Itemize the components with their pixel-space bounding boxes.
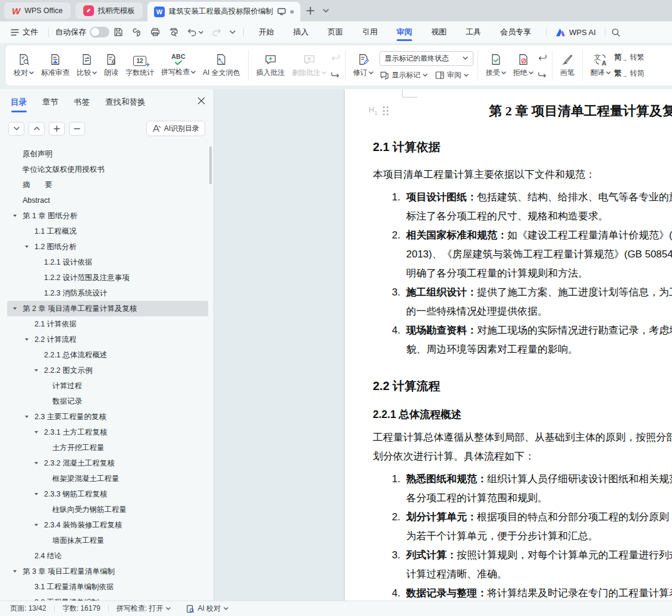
toc-item[interactable]: 摘 要 (7, 177, 208, 193)
toc-item[interactable]: 2.3.2 混凝土工程复核 (7, 455, 208, 471)
doc-line[interactable]: 2.2.1 总体流程概述 (373, 406, 672, 423)
word-count-indicator[interactable]: 字数: 16179 (55, 604, 108, 614)
menu-tab[interactable]: 审阅 (387, 21, 422, 43)
search-icon[interactable] (611, 27, 621, 37)
insert-comment-button[interactable]: 插入批注 (253, 51, 288, 80)
standard-review-button[interactable]: 标准审查 (37, 51, 73, 80)
translate-button[interactable]: 文 A 翻译 (587, 51, 614, 80)
toc-item[interactable]: 第 3 章 项目工程量清单编制 (7, 564, 208, 579)
doc-line[interactable]: 4.现场勘查资料：对施工现场的实际情况进行勘查记录，考虑地形地 (373, 321, 672, 340)
doc-line[interactable]: 划分依次进行计算。具体流程如下： (373, 447, 672, 466)
export-icon[interactable] (131, 27, 142, 37)
ai-proofread-status[interactable]: AI 校对 (178, 604, 236, 614)
doc-line[interactable]: 4.数据记录与整理：将计算结果及时记录在专门的工程量计算表格中，并 (373, 584, 672, 601)
doc-line[interactable]: 2.1 计算依据 (373, 137, 672, 157)
print-preview-icon[interactable] (168, 27, 179, 37)
track-changes-button[interactable]: 修订 (350, 51, 377, 80)
toc-item[interactable]: 2.3.4 装饰装修工程复核 (7, 517, 208, 533)
toc-item[interactable]: 1.2 图纸分析 (7, 239, 208, 254)
toc-item[interactable]: 2.1 计算依据 (7, 316, 208, 332)
toc-item[interactable]: 3.1 工程量清单编制依据 (7, 579, 208, 595)
doc-line[interactable]: 明确了各分项工程量的计算规则和方法。 (373, 264, 672, 283)
doc-line[interactable]: 为若干个计算单元，便于分步计算和汇总。 (373, 527, 672, 546)
menu-tab[interactable]: 页面 (318, 21, 353, 43)
autosave-toggle[interactable] (90, 27, 109, 37)
file-menu[interactable]: 文件 (6, 27, 43, 37)
collapse-arrow-icon[interactable] (13, 570, 17, 573)
doc-line[interactable]: 各分项工程的计算范围和规则。 (373, 489, 672, 508)
tab-wps-office[interactable]: W WPS Office (4, 2, 71, 19)
toc-item[interactable]: 学位论文版权使用授权书 (7, 162, 208, 177)
toc-item[interactable]: 2.3 主要工程量的复核 (7, 409, 208, 425)
sidebar-scrollbar-thumb[interactable] (209, 146, 212, 184)
doc-line[interactable]: 标注了各分项工程的尺寸、规格和构造要求。 (373, 207, 672, 226)
toc-item[interactable]: 2.4 结论 (7, 548, 208, 564)
collapse-arrow-icon[interactable] (34, 369, 38, 372)
doc-line[interactable]: 1.熟悉图纸和规范：组织计算人员仔细研读设计图纸和相关规范，明确 (373, 470, 672, 489)
ai-recognize-toc-button[interactable]: AI识别目录 (146, 121, 205, 136)
chapter-title[interactable]: 第 2 章 项目清单工程量计算及复核 (373, 102, 672, 120)
sidebar-tab[interactable]: 目录 (11, 97, 27, 108)
collapse-arrow-icon[interactable] (34, 431, 38, 433)
accept-button[interactable]: 接受 (482, 51, 510, 80)
reject-button[interactable]: 拒绝 (510, 51, 537, 80)
toc-item[interactable]: 1.2.1 设计依据 (7, 254, 208, 270)
toc-item[interactable]: 3.2 工程量清单编制 (7, 595, 208, 601)
doc-line[interactable]: 1.项目设计图纸：包括建筑、结构、给排水、电气等各专业的施工图纸， (373, 188, 672, 207)
doc-line[interactable]: 的一些特殊情况处理提供依据。 (373, 302, 672, 321)
menu-tab[interactable]: 视图 (422, 21, 456, 43)
collapse-arrow-icon[interactable] (34, 493, 38, 495)
doc-line[interactable]: 貌、周边环境等因素对工程量的影响。 (373, 340, 672, 359)
print-icon[interactable] (150, 27, 161, 37)
collapse-arrow-icon[interactable] (25, 246, 29, 248)
word-count-button[interactable]: 12+ 字数统计 (122, 52, 158, 80)
toc-item[interactable]: Abstract (7, 193, 208, 208)
collapse-arrow-icon[interactable] (34, 524, 38, 526)
doc-line[interactable]: 3.施工组织设计：提供了施工方案、施工进度计划等信息，为工程量计算中 (373, 283, 672, 302)
next-change-icon[interactable] (537, 68, 548, 77)
heading-level-badge[interactable]: H1 (369, 105, 385, 116)
doc-line[interactable]: 2013)、《房屋建筑与装饰工程工程量计算规范》(GB 50854-2013)等… (373, 245, 672, 264)
sidebar-tab[interactable]: 章节 (42, 97, 58, 108)
collapse-arrow-icon[interactable] (25, 416, 29, 418)
toc-item[interactable]: 1.1 工程概况 (7, 224, 208, 239)
next-comment-icon[interactable] (330, 68, 341, 77)
tab-list-chevron[interactable] (318, 3, 334, 18)
toc-item[interactable]: 2.2.1 总体流程概述 (7, 347, 208, 363)
ink-brush-button[interactable]: 画笔 (557, 51, 578, 80)
toc-item[interactable]: 柱纵向受力钢筋工程量 (7, 502, 208, 517)
spell-check-status[interactable]: 拼写检查: 打开 (109, 604, 179, 614)
compare-button[interactable]: 比较 (73, 51, 101, 80)
close-sidebar-icon[interactable] (197, 97, 205, 105)
proofread-button[interactable]: 校对 (10, 51, 37, 80)
collapse-arrow-icon[interactable] (34, 462, 38, 464)
markup-state-select[interactable]: 显示标记的最终状态 (379, 51, 473, 66)
menu-tab[interactable]: 引用 (353, 21, 387, 43)
zoom-in-button[interactable] (49, 122, 65, 136)
traditional-to-simplified-button[interactable]: 繁→ 转简 (614, 68, 645, 78)
toc-item[interactable]: 数据记录 (7, 394, 208, 409)
toc-item[interactable]: 1.2.2 设计范围及注意事项 (7, 270, 208, 285)
drag-handle-icon[interactable] (383, 106, 385, 108)
sidebar-tab[interactable]: 查找和替换 (105, 97, 146, 108)
zoom-out-button[interactable] (69, 122, 85, 136)
undo-button[interactable] (187, 27, 203, 37)
toc-item[interactable]: 第 2 章 项目清单工程量计算及复核 (7, 301, 208, 316)
toc-item[interactable]: 框架梁混凝土工程量 (7, 471, 208, 486)
tab-document[interactable]: W 建筑安装工程最高投标限价编制 (147, 2, 300, 21)
read-aloud-button[interactable]: 朗读 (101, 51, 122, 80)
doc-line[interactable]: 2.划分计算单元：根据项目的特点和分部分项工程的划分原则，将项目划分 (373, 508, 672, 527)
toc-item[interactable]: 计算过程 (7, 378, 208, 394)
toc-item[interactable]: 2.3.3 钢筋工程复核 (7, 486, 208, 502)
page-indicator[interactable]: 页面: 13/42 (2, 604, 54, 614)
doc-line[interactable]: 2.2 计算流程 (373, 376, 672, 396)
collapse-all-button[interactable] (29, 122, 45, 136)
toc-item[interactable]: 2.2 计算流程 (7, 332, 208, 347)
toc-item[interactable]: 土方开挖工程量 (7, 440, 208, 455)
collapse-arrow-icon[interactable] (13, 215, 17, 217)
save-icon[interactable] (113, 27, 124, 37)
toc-item[interactable]: 墙面抹灰工程量 (7, 533, 208, 548)
review-pane-button[interactable]: 审阅 (435, 70, 469, 80)
collapse-arrow-icon[interactable] (13, 307, 17, 310)
previous-change-icon[interactable] (537, 54, 548, 63)
